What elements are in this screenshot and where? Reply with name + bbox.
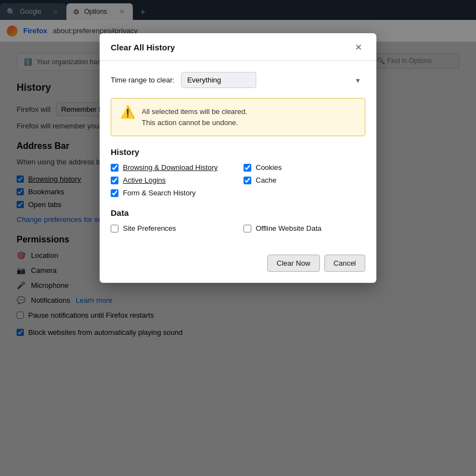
offline-website-row: Offline Website Data (244, 224, 365, 232)
cancel-button[interactable]: Cancel (324, 255, 365, 272)
form-search-row: Form & Search History (111, 189, 232, 197)
time-range-select-wrapper: Everything Last Hour Last Two Hours Last… (181, 72, 365, 88)
browsing-download-row: Browsing & Download History (111, 163, 232, 172)
time-range-select[interactable]: Everything Last Hour Last Two Hours Last… (181, 72, 256, 88)
data-section: Data Site Preferences Offline Website Da… (111, 208, 365, 232)
browsing-download-checkbox[interactable] (111, 164, 118, 172)
history-checkboxes: Browsing & Download History Cookies Acti… (111, 163, 365, 197)
form-search-label: Form & Search History (123, 189, 195, 197)
cookies-row: Cookies (244, 163, 365, 172)
offline-website-checkbox[interactable] (244, 225, 251, 232)
modal-close-button[interactable]: ✕ (351, 41, 365, 54)
active-logins-label: Active Logins (123, 176, 165, 184)
clear-now-button[interactable]: Clear Now (267, 255, 320, 272)
active-logins-checkbox[interactable] (111, 177, 118, 184)
warning-line1: All selected items will be cleared. (142, 106, 247, 117)
warning-icon: ⚠️ (120, 106, 135, 118)
modal-body: Time range to clear: Everything Last Hou… (100, 61, 376, 255)
data-checkboxes: Site Preferences Offline Website Data (111, 224, 365, 232)
modal-history-title: History (111, 147, 365, 157)
time-range-label: Time range to clear: (111, 76, 174, 84)
offline-website-label: Offline Website Data (256, 224, 322, 232)
site-preferences-label: Site Preferences (123, 224, 176, 232)
active-logins-row: Active Logins (111, 176, 232, 184)
modal-header: Clear All History ✕ (100, 33, 376, 61)
modal-footer: Clear Now Cancel (100, 255, 376, 283)
cache-label: Cache (256, 176, 277, 184)
cookies-checkbox[interactable] (244, 164, 251, 172)
site-preferences-checkbox[interactable] (111, 225, 118, 232)
time-range-row: Time range to clear: Everything Last Hou… (111, 72, 365, 88)
warning-box: ⚠️ All selected items will be cleared. T… (111, 98, 365, 136)
warning-text: All selected items will be cleared. This… (142, 106, 247, 128)
cookies-label: Cookies (256, 163, 282, 172)
warning-line2: This action cannot be undone. (142, 117, 247, 128)
cache-checkbox[interactable] (244, 177, 251, 184)
modal-overlay: Clear All History ✕ Time range to clear:… (0, 0, 476, 476)
cache-row: Cache (244, 176, 365, 184)
modal-data-title: Data (111, 208, 365, 218)
clear-history-modal: Clear All History ✕ Time range to clear:… (100, 33, 376, 283)
form-search-checkbox[interactable] (111, 189, 118, 197)
browsing-download-label: Browsing & Download History (123, 163, 218, 172)
site-preferences-row: Site Preferences (111, 224, 232, 232)
modal-title: Clear All History (111, 43, 175, 52)
